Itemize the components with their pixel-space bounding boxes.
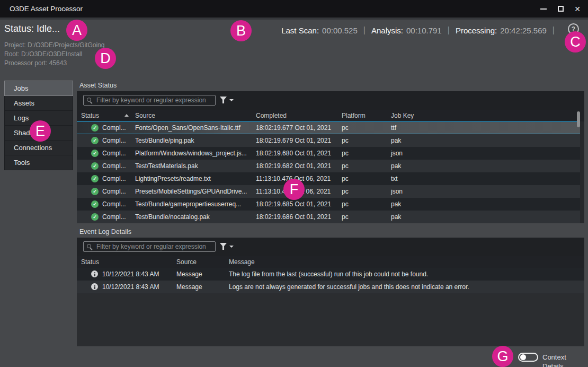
context-details-toggle[interactable] (518, 353, 538, 362)
search-icon (87, 244, 91, 248)
last-scan-label: Last Scan: (281, 26, 319, 35)
table-row[interactable]: ✓Compl...Test/Bundle/nocatalog.pak18:02:… (77, 211, 580, 223)
o3de-asset-processor-window: O3DE Asset Processor ✕ Status: Idle... L… (0, 0, 588, 367)
completed-cell: 18:02:19.677 Oct 01, 2021 (256, 122, 331, 134)
annotation-badge-b: B (230, 20, 252, 41)
asset-filter-input[interactable] (83, 95, 216, 106)
sort-ascending-icon (124, 114, 129, 117)
table-row[interactable]: ✓Compl...Test/Bundle/ping.pak18:02:19.67… (77, 134, 580, 147)
sidebar-item-assets[interactable]: Assets (4, 95, 73, 111)
table-row[interactable]: ✓Compl...Platform/Windows/windows_projec… (77, 147, 580, 160)
column-header-source[interactable]: Source (176, 256, 197, 268)
source-cell: Message (176, 268, 202, 281)
analysis-value: 00:10.791 (406, 26, 442, 35)
success-check-icon: ✓ (91, 200, 99, 208)
status-cell: Compl... (102, 134, 126, 147)
maximize-button[interactable] (552, 0, 569, 18)
completed-cell: 18:02:19.686 Oct 01, 2021 (256, 211, 331, 223)
platform-cell: pc (342, 185, 349, 198)
asset-table-header: Status Source Completed Platform Job Key (77, 110, 584, 121)
platform-cell: pc (342, 211, 349, 223)
minimize-icon (540, 8, 547, 10)
column-header-completed[interactable]: Completed (256, 110, 287, 121)
completed-cell: 18:02:19.680 Oct 01, 2021 (256, 147, 331, 160)
completed-cell: 18:02:19.682 Oct 01, 2021 (256, 160, 331, 172)
titlebar-divider (0, 18, 588, 20)
filter-menu-button[interactable] (220, 96, 234, 105)
jobkey-cell: ttf (391, 122, 396, 134)
source-cell: Test/TestMaterials.pak (135, 160, 198, 172)
status-cell: Compl... (102, 147, 126, 160)
close-button[interactable]: ✕ (569, 0, 586, 18)
success-check-icon: ✓ (91, 175, 99, 182)
window-title: O3DE Asset Processor (10, 0, 83, 18)
annotation-badge-a: A (66, 20, 87, 41)
platform-cell: pc (342, 198, 349, 211)
event-table-header: Status Source Message (77, 256, 584, 268)
source-cell: Test/Bundle/nocatalog.pak (135, 211, 210, 223)
project-path: Project: D:/O3DE/Projects/GitGoing (4, 41, 104, 50)
annotation-badge-g: G (492, 346, 513, 367)
table-row[interactable]: ✓Compl...Test/TestMaterials.pak18:02:19.… (77, 160, 580, 172)
platform-cell: pc (342, 134, 349, 147)
table-row[interactable]: ✓Compl...Presets/MobileSettings/GPUAndDr… (77, 185, 580, 198)
timer-separator: | (553, 25, 555, 35)
column-header-jobkey[interactable]: Job Key (391, 110, 414, 121)
sidebar-item-tools[interactable]: Tools (4, 155, 73, 170)
column-header-source[interactable]: Source (135, 110, 155, 121)
maximize-icon (558, 6, 564, 12)
jobkey-cell: pak (391, 160, 401, 172)
vertical-scrollbar-thumb[interactable] (577, 111, 580, 127)
status-cell: 10/12/2021 8:43 AM (102, 281, 159, 293)
status-cell: Compl... (102, 211, 126, 223)
root-path: Root: D:/O3DE/O3DEInstall (4, 50, 104, 59)
minimize-button[interactable] (535, 0, 552, 18)
column-header-platform[interactable]: Platform (342, 110, 366, 121)
scan-timers: Last Scan: 00:00.525 | Analysis: 00:10.7… (281, 24, 560, 37)
project-info: Project: D:/O3DE/Projects/GitGoing Root:… (4, 41, 104, 68)
toggle-knob (520, 354, 526, 360)
success-check-icon: ✓ (91, 137, 99, 144)
success-check-icon: ✓ (91, 162, 99, 170)
success-check-icon: ✓ (91, 124, 99, 132)
annotation-badge-d: D (95, 48, 116, 69)
status-cell: Compl... (102, 172, 126, 185)
annotation-badge-e: E (30, 120, 51, 142)
jobkey-cell: pak (391, 198, 401, 211)
jobkey-cell: json (391, 185, 403, 198)
source-cell: Fonts/Open_Sans/OpenSans-Italic.ttf (135, 122, 240, 134)
source-cell: LightingPresets/readme.txt (135, 172, 211, 185)
status-cell: Compl... (102, 185, 126, 198)
success-check-icon: ✓ (91, 213, 99, 221)
sidebar-item-connections[interactable]: Connections (4, 140, 73, 155)
filter-menu-button[interactable] (220, 242, 234, 251)
status-cell: 10/12/2021 8:43 AM (102, 268, 159, 281)
completed-cell: 18:02:19.679 Oct 01, 2021 (256, 134, 331, 147)
table-row[interactable]: 10/12/2021 8:43 AMMessageThe log file fr… (77, 268, 584, 281)
filter-funnel-icon (220, 97, 227, 103)
jobkey-cell: json (391, 147, 403, 160)
titlebar[interactable]: O3DE Asset Processor ✕ (0, 0, 588, 18)
asset-status-panel: Status Source Completed Platform Job Key… (77, 91, 584, 223)
message-cell: Logs are not always generated for succes… (229, 281, 469, 293)
event-log-title: Event Log Details (79, 228, 131, 235)
table-row[interactable]: ✓Compl...LightingPresets/readme.txt11:13… (77, 172, 580, 185)
table-row[interactable]: 10/12/2021 8:43 AMMessageLogs are not al… (77, 281, 584, 293)
chevron-down-icon (229, 99, 234, 101)
table-row[interactable]: ✓Compl...Fonts/Open_Sans/OpenSans-Italic… (77, 121, 580, 134)
status-cell: Compl... (102, 160, 126, 172)
platform-cell: pc (342, 122, 349, 134)
column-header-status[interactable]: Status (81, 110, 99, 121)
asset-filter-bar (77, 91, 584, 110)
sidebar-item-jobs[interactable]: Jobs (4, 81, 73, 96)
column-header-message[interactable]: Message (229, 256, 255, 268)
info-icon (91, 283, 98, 290)
info-icon (91, 270, 98, 277)
event-filter-input[interactable] (83, 241, 216, 252)
timer-separator: | (363, 25, 366, 35)
last-scan-value: 00:00.525 (322, 26, 358, 35)
column-header-status[interactable]: Status (81, 256, 99, 268)
asset-status-title: Asset Status (79, 82, 117, 89)
event-filter-bar (77, 238, 584, 256)
table-row[interactable]: ✓Compl...Test/Bundle/gamepropertiesuserr… (77, 198, 580, 211)
